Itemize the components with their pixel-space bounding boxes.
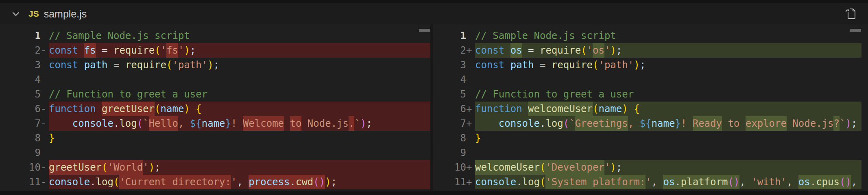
token: , (851, 175, 857, 189)
code-content[interactable] (475, 72, 861, 87)
code-line[interactable]: 1// Sample Node.js script (0, 28, 430, 43)
token: ; (616, 43, 622, 58)
line-number: 3 (433, 58, 466, 72)
code-content[interactable]: welcomeUser('Developer'); (475, 160, 861, 175)
token: ) (184, 102, 190, 116)
code-line[interactable]: 3const path = require('path'); (433, 58, 868, 72)
code-line[interactable]: 8} (433, 131, 868, 145)
token: console (499, 116, 540, 131)
token: } (475, 131, 481, 145)
code-content[interactable]: function greetUser(name) { (49, 102, 430, 116)
token: , (787, 175, 798, 189)
token: os (798, 175, 810, 189)
token: console (72, 116, 113, 131)
code-content[interactable]: console.log(`Greetings, ${name}! Ready t… (475, 116, 861, 131)
code-content[interactable]: // Sample Node.js script (475, 28, 861, 43)
code-content[interactable]: greetUser('World'); (49, 160, 430, 175)
window-top-strip (0, 0, 868, 3)
token: require (552, 58, 593, 72)
code-content[interactable]: const path = require('path'); (475, 58, 861, 72)
token: platform (681, 175, 728, 189)
code-content[interactable] (49, 145, 430, 160)
token: ; (155, 160, 160, 175)
code-line[interactable]: 11+console.log('System platform:', os.pl… (433, 175, 868, 189)
line-number: 9 (0, 145, 41, 160)
code-line[interactable]: 9 (0, 145, 430, 160)
code-line[interactable]: 7- console.log(`Hello, ${name}! Welcome … (0, 116, 430, 131)
code-line[interactable]: 10+welcomeUser('Developer'); (433, 160, 868, 175)
token: ${ (640, 116, 652, 131)
line-number: 8 (0, 131, 41, 145)
token: ' (143, 160, 148, 175)
code-line[interactable]: 5// Function to greet a user (433, 87, 868, 102)
code-content[interactable]: // Sample Node.js script (49, 28, 430, 43)
token: log (522, 175, 540, 189)
left-scrollbar-slider[interactable] (419, 29, 430, 32)
token: ` (143, 116, 148, 131)
code-line[interactable]: 6+function welcomeUser(name) { (433, 102, 868, 116)
token: path (84, 58, 108, 72)
diff-sign (466, 131, 475, 145)
code-line[interactable]: 4 (0, 72, 430, 87)
code-line[interactable]: 11-console.log('Current directory:', pro… (0, 175, 430, 189)
code-content[interactable]: function welcomeUser(name) { (475, 102, 861, 116)
diff-sign: - (41, 160, 49, 175)
token: greetUser (49, 160, 102, 175)
code-content[interactable]: } (49, 131, 430, 145)
code-content[interactable]: const path = require('path'); (49, 58, 430, 72)
diff-sign: - (41, 102, 49, 116)
line-number: 6 (0, 102, 41, 116)
code-content[interactable]: // Function to greet a user (49, 87, 430, 102)
code-line[interactable]: 3const path = require('path'); (0, 58, 430, 72)
chevron-down-icon[interactable] (11, 9, 21, 19)
token: ) (149, 160, 155, 175)
code-line[interactable]: 2+const os = require('os'); (433, 43, 868, 58)
go-to-file-icon[interactable] (843, 6, 859, 22)
code-line[interactable]: 6-function greetUser(name) { (0, 102, 430, 116)
token: Node.js (301, 116, 349, 131)
token: ' (587, 43, 593, 58)
code-content[interactable]: // Function to greet a user (475, 87, 861, 102)
code-content[interactable]: const os = require('os'); (475, 43, 861, 58)
code-line[interactable]: 9 (433, 145, 868, 160)
code-content[interactable]: } (475, 131, 861, 145)
right-scrollbar-slider[interactable] (850, 29, 861, 32)
code-line[interactable]: 10-greetUser('World'); (0, 160, 430, 175)
javascript-file-icon: JS (28, 9, 39, 19)
line-number: 6 (433, 102, 466, 116)
file-title[interactable]: sample.js (44, 8, 87, 20)
token: = (534, 58, 552, 72)
line-number: 2 (0, 43, 41, 58)
token (96, 102, 102, 116)
token: function (475, 102, 522, 116)
token: . (349, 116, 354, 131)
token (504, 58, 510, 72)
code-content[interactable] (49, 72, 430, 87)
code-content[interactable]: console.log(`Hello, ${name}! Welcome to … (49, 116, 430, 131)
token: ; (331, 175, 337, 189)
code-line[interactable]: 5// Function to greet a user (0, 87, 430, 102)
code-content[interactable]: const fs = require('fs'); (49, 43, 430, 58)
diff-sign: + (466, 43, 475, 58)
token: // Sample Node.js script (49, 28, 190, 43)
token (49, 116, 72, 131)
token: Welcome (243, 116, 284, 131)
code-content[interactable]: console.log('System platform:', os.platf… (475, 175, 861, 189)
token: ) (845, 175, 851, 189)
token (522, 102, 528, 116)
token: // Function to greet a user (475, 87, 634, 102)
token: ) (207, 58, 213, 72)
code-line[interactable]: 1// Sample Node.js script (433, 28, 868, 43)
code-content[interactable] (475, 145, 861, 160)
token: , (237, 175, 249, 189)
token: ( (137, 116, 143, 131)
code-line[interactable]: 4 (433, 72, 868, 87)
token: ` (354, 116, 360, 131)
code-content[interactable]: console.log('Current directory:', proces… (49, 175, 430, 189)
token: ; (214, 58, 219, 72)
code-line[interactable]: 7+ console.log(`Greetings, ${name}! Read… (433, 116, 868, 131)
token: ' (161, 43, 166, 58)
code-line[interactable]: 2-const fs = require('fs'); (0, 43, 430, 58)
code-line[interactable]: 8} (0, 131, 430, 145)
line-number: 5 (433, 87, 466, 102)
